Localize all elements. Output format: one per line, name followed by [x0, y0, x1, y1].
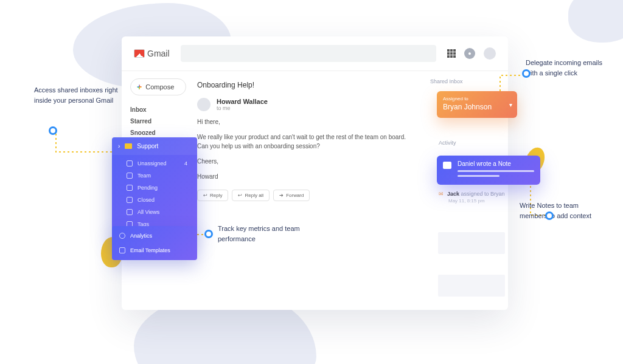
activity-label: Activity — [439, 140, 456, 146]
support-panel: › Support Unassigned4 Team Pending Close… — [112, 137, 197, 236]
support-item-pending[interactable]: Pending — [112, 182, 197, 194]
to-line: to me — [217, 105, 268, 111]
shared-inbox-label: Shared Inbox — [430, 78, 501, 84]
search-input[interactable] — [181, 45, 436, 62]
support-item-allviews[interactable]: All Views — [112, 206, 197, 218]
label: All Views — [137, 209, 159, 215]
gmail-icon — [134, 49, 145, 58]
templates-item[interactable]: Email Templates — [112, 243, 197, 258]
support-item-closed[interactable]: Closed — [112, 194, 197, 206]
forward-button[interactable]: ➔Forward — [273, 190, 310, 201]
logo: Gmail — [134, 49, 170, 58]
note-icon — [443, 162, 451, 169]
envelope-icon: ✉ — [439, 191, 444, 197]
callout-marker — [204, 230, 213, 238]
forward-icon: ➔ — [279, 193, 284, 198]
label: Team — [137, 173, 151, 179]
chart-icon — [119, 233, 125, 239]
reply-icon: ↩ — [203, 193, 207, 198]
label: Closed — [137, 197, 155, 203]
activity-item: ✉Jack assigned to Bryan May 11, 8:15 pm — [439, 191, 512, 204]
callout-delegate: Delegate incoming emails with a single c… — [526, 58, 605, 78]
greeting: Hi there, — [197, 117, 417, 126]
chevron-right-icon: › — [118, 143, 120, 149]
body-text: We really like your product and can't wa… — [197, 132, 417, 151]
analytics-item[interactable]: Analytics — [112, 228, 197, 243]
support-item-unassigned[interactable]: Unassigned4 — [112, 157, 197, 170]
extras-panel: Analytics Email Templates — [112, 226, 197, 260]
support-item-team[interactable]: Team — [112, 170, 197, 182]
email-subject: Onboarding Help! — [197, 81, 417, 89]
activity-actor: Jack — [447, 191, 459, 197]
team-icon — [127, 173, 133, 179]
compose-button[interactable]: + Compose — [130, 78, 186, 95]
note-title: Daniel wrote a Note — [458, 160, 534, 167]
inbox-icon — [127, 160, 133, 167]
callout-shared-inboxes: Access shared inboxes right inside your … — [34, 85, 119, 105]
reply-label: Reply — [210, 193, 222, 198]
assigned-card[interactable]: Assigned to Bryan Johnson ▾ — [437, 91, 517, 118]
label: Unassigned — [137, 160, 167, 167]
brand-name: Gmail — [147, 49, 170, 58]
sender-name: Howard Wallace — [217, 98, 268, 105]
activity-action: assigned to Bryan — [459, 191, 505, 197]
sidebar-item-inbox[interactable]: Inbox — [130, 104, 186, 115]
check-icon — [127, 197, 133, 203]
email-content: Onboarding Help! Howard Wallace to me Hi… — [195, 71, 423, 310]
reply-all-label: Reply all — [245, 193, 263, 198]
sender-avatar — [197, 98, 211, 111]
signature: Howard — [197, 172, 417, 181]
callout-marker — [522, 69, 531, 78]
note-line — [458, 170, 534, 172]
clock-icon — [127, 185, 133, 191]
forward-label: Forward — [286, 193, 304, 198]
callout-notes: Write Notes to team members to add conte… — [520, 201, 605, 221]
views-icon — [127, 209, 133, 215]
notifications-icon[interactable] — [464, 48, 475, 59]
reply-all-button[interactable]: ↩Reply all — [232, 190, 270, 201]
sidebar-item-starred[interactable]: Starred — [130, 115, 186, 127]
note-card[interactable]: Daniel wrote a Note — [437, 156, 540, 185]
label: Pending — [137, 185, 158, 191]
closing: Cheers, — [197, 157, 417, 166]
callout-connector — [55, 132, 116, 171]
folder-icon — [125, 143, 132, 149]
compose-label: Compose — [145, 83, 174, 91]
callout-marker — [49, 126, 57, 135]
reply-all-icon: ↩ — [238, 193, 242, 198]
apps-grid-icon[interactable] — [447, 49, 456, 58]
label: Analytics — [130, 233, 152, 239]
placeholder-panel — [438, 232, 505, 254]
support-header[interactable]: › Support — [112, 137, 197, 155]
chevron-down-icon: ▾ — [509, 101, 512, 108]
callout-marker — [545, 211, 554, 220]
assigned-label: Assigned to — [443, 96, 511, 101]
support-title: Support — [137, 143, 158, 149]
note-line — [458, 175, 499, 177]
label: Email Templates — [130, 247, 170, 253]
plus-icon: + — [137, 83, 142, 91]
template-icon — [119, 247, 125, 253]
callout-analytics: Track key metrics and team performance — [218, 224, 309, 244]
activity-timestamp: May 11, 8:15 pm — [448, 198, 512, 204]
assignee-name: Bryan Johnson — [443, 103, 511, 111]
avatar[interactable] — [484, 47, 496, 60]
count-badge: 4 — [184, 160, 191, 167]
bg-blob — [568, 0, 623, 43]
app-header: Gmail — [122, 36, 508, 71]
reply-button[interactable]: ↩Reply — [197, 190, 228, 201]
placeholder-panel — [438, 275, 505, 297]
